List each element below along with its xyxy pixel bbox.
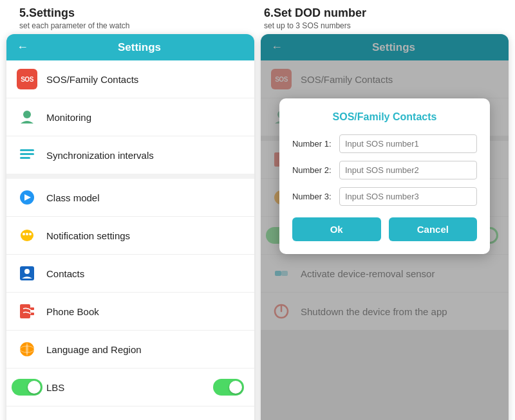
dialog-field-2: Number 2: xyxy=(292,161,477,179)
dialog-field-1: Number 1: xyxy=(292,134,477,153)
svg-rect-12 xyxy=(20,304,30,318)
left-section-header: 5.Settings set each parameter of the wat… xyxy=(13,6,258,30)
svg-point-9 xyxy=(29,233,32,235)
menu-section-bottom: Class model Notification settings xyxy=(6,179,254,420)
sos-icon: SOS xyxy=(17,69,37,89)
menu-item-phonebook[interactable]: Phone Book xyxy=(6,293,254,331)
cancel-button[interactable]: Cancel xyxy=(389,217,478,241)
dialog-overlay: SOS/Family Contacts Number 1: Number 2: … xyxy=(261,34,509,420)
menu-item-lbs[interactable]: LBS xyxy=(6,369,254,406)
sync-label: Synchronization intervals xyxy=(46,150,244,161)
left-panel: ← Settings SOS SOS/Family Contacts xyxy=(6,34,254,420)
contacts-icon xyxy=(17,263,37,284)
right-section-title: 6.Set DOD number xyxy=(264,6,496,20)
contacts-label: Contacts xyxy=(46,268,244,279)
number3-input[interactable] xyxy=(339,187,477,206)
language-icon xyxy=(17,339,37,360)
svg-point-0 xyxy=(23,111,31,118)
number1-label: Number 1: xyxy=(292,139,334,149)
monitoring-label: Monitoring xyxy=(46,112,244,123)
lbs-label: LBS xyxy=(46,382,204,393)
notification-icon xyxy=(17,225,37,246)
dialog-buttons: Ok Cancel xyxy=(292,217,477,241)
monitoring-icon xyxy=(17,107,37,127)
menu-item-contacts[interactable]: Contacts xyxy=(6,255,254,293)
svg-point-8 xyxy=(26,233,28,235)
menu-item-sos[interactable]: SOS SOS/Family Contacts xyxy=(6,60,254,98)
number2-input[interactable] xyxy=(339,161,477,179)
back-arrow-icon[interactable]: ← xyxy=(17,41,28,54)
left-menu-list: SOS SOS/Family Contacts Monitoring xyxy=(6,60,254,420)
right-panel-wrapper: ← Settings SOS SOS/Family Contacts xyxy=(261,34,509,420)
right-section-header: 6.Set DOD number set up to 3 SOS numbers xyxy=(258,6,502,30)
svg-point-7 xyxy=(23,233,25,235)
lbs-icon xyxy=(17,377,37,397)
class-icon xyxy=(17,187,37,208)
number1-input[interactable] xyxy=(339,134,477,153)
left-section-subtitle: set each parameter of the watch xyxy=(19,21,251,30)
dialog-title: SOS/Family Contacts xyxy=(292,111,477,123)
svg-point-11 xyxy=(24,269,30,274)
phonebook-icon xyxy=(17,301,37,322)
menu-item-sync[interactable]: Synchronization intervals xyxy=(6,136,254,174)
menu-item-notification[interactable]: Notification settings xyxy=(6,217,254,255)
left-section-title: 5.Settings xyxy=(19,6,251,20)
left-panel-title: Settings xyxy=(35,41,244,54)
menu-item-class[interactable]: Class model xyxy=(6,179,254,217)
left-panel-header: ← Settings xyxy=(6,34,254,60)
menu-item-monitoring[interactable]: Monitoring xyxy=(6,98,254,136)
number3-label: Number 3: xyxy=(292,192,334,201)
sos-dialog: SOS/Family Contacts Number 1: Number 2: … xyxy=(279,98,490,254)
svg-rect-1 xyxy=(20,149,34,151)
language-label: Language and Region xyxy=(46,344,244,355)
sensor-icon xyxy=(17,415,37,420)
ok-button[interactable]: Ok xyxy=(292,217,381,241)
lbs-toggle-left[interactable] xyxy=(12,379,42,396)
right-section-subtitle: set up to 3 SOS numbers xyxy=(264,21,496,30)
svg-rect-2 xyxy=(20,153,34,155)
menu-item-sensor[interactable]: Activate device-removal sensor xyxy=(6,406,254,420)
sos-label: SOS/Family Contacts xyxy=(46,74,244,85)
dialog-field-3: Number 3: xyxy=(292,187,477,206)
menu-section-top: SOS SOS/Family Contacts Monitoring xyxy=(6,60,254,174)
phonebook-label: Phone Book xyxy=(46,306,244,317)
sync-icon xyxy=(17,145,37,165)
class-label: Class model xyxy=(46,192,244,203)
notification-label: Notification settings xyxy=(46,230,244,241)
svg-rect-3 xyxy=(20,157,30,159)
lbs-toggle-right[interactable] xyxy=(213,379,244,396)
number2-label: Number 2: xyxy=(292,165,334,175)
menu-item-language[interactable]: Language and Region xyxy=(6,331,254,369)
